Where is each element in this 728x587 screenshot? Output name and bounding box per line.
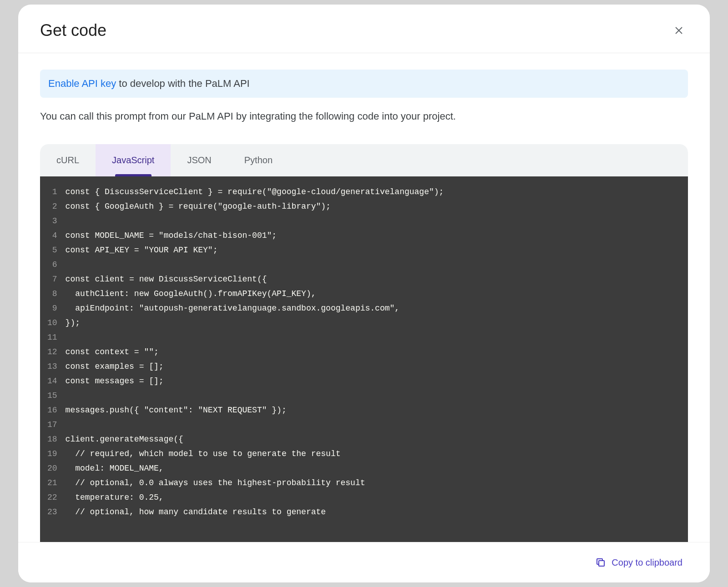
- line-number: 2: [47, 199, 57, 214]
- line-numbers: 1234567891011121314151617181920212223: [40, 185, 66, 542]
- code-line: const client = new DiscussServiceClient(…: [66, 272, 688, 286]
- copy-to-clipboard-button[interactable]: Copy to clipboard: [590, 553, 688, 572]
- code-line: [66, 257, 688, 272]
- get-code-dialog: Get code Enable API key to develop with …: [18, 5, 710, 582]
- api-key-banner: Enable API key to develop with the PaLM …: [40, 70, 688, 98]
- line-number: 3: [47, 214, 57, 228]
- tab-python[interactable]: Python: [228, 144, 289, 176]
- code-line: const MODEL_NAME = "models/chat-bison-00…: [66, 228, 688, 243]
- line-number: 19: [47, 447, 57, 461]
- code-line: });: [66, 316, 688, 330]
- code-line: apiEndpoint: "autopush-generativelanguag…: [66, 301, 688, 316]
- line-number: 18: [47, 432, 57, 447]
- code-line: const { DiscussServiceClient } = require…: [66, 185, 688, 199]
- code-container: cURL JavaScript JSON Python 123456789101…: [40, 144, 688, 542]
- line-number: 1: [47, 185, 57, 199]
- code-line: [66, 330, 688, 345]
- line-number: 10: [47, 316, 57, 330]
- code-line: // required, which model to use to gener…: [66, 447, 688, 461]
- copy-icon: [595, 557, 606, 568]
- code-line: const API_KEY = "YOUR API KEY";: [66, 243, 688, 257]
- dialog-footer: Copy to clipboard: [18, 542, 710, 582]
- code-line: // optional, how many candidate results …: [66, 505, 688, 519]
- code-line: const { GoogleAuth } = require("google-a…: [66, 199, 688, 214]
- code-line: authClient: new GoogleAuth().fromAPIKey(…: [66, 286, 688, 301]
- language-tabs: cURL JavaScript JSON Python: [40, 144, 688, 176]
- code-content: const { DiscussServiceClient } = require…: [66, 185, 688, 542]
- line-number: 21: [47, 476, 57, 490]
- line-number: 9: [47, 301, 57, 316]
- line-number: 5: [47, 243, 57, 257]
- code-line: const context = "";: [66, 345, 688, 359]
- code-line: temperature: 0.25,: [66, 490, 688, 505]
- close-icon: [673, 25, 684, 36]
- line-number: 14: [47, 374, 57, 388]
- code-block[interactable]: 1234567891011121314151617181920212223 co…: [40, 176, 688, 542]
- dialog-header: Get code: [18, 5, 710, 53]
- line-number: 15: [47, 388, 57, 403]
- svg-rect-2: [599, 561, 604, 566]
- code-line: // optional, 0.0 always uses the highest…: [66, 476, 688, 490]
- line-number: 12: [47, 345, 57, 359]
- code-line: [66, 388, 688, 403]
- dialog-title: Get code: [40, 21, 106, 40]
- enable-api-key-link[interactable]: Enable API key: [48, 78, 116, 89]
- code-line: [66, 417, 688, 432]
- banner-text: to develop with the PaLM API: [116, 78, 250, 89]
- code-line: const messages = [];: [66, 374, 688, 388]
- code-line: model: MODEL_NAME,: [66, 461, 688, 476]
- code-line: client.generateMessage({: [66, 432, 688, 447]
- line-number: 7: [47, 272, 57, 286]
- close-button[interactable]: [670, 21, 688, 40]
- line-number: 6: [47, 257, 57, 272]
- line-number: 4: [47, 228, 57, 243]
- line-number: 16: [47, 403, 57, 417]
- line-number: 11: [47, 330, 57, 345]
- line-number: 13: [47, 359, 57, 374]
- copy-label: Copy to clipboard: [612, 557, 682, 568]
- code-line: [66, 214, 688, 228]
- line-number: 17: [47, 417, 57, 432]
- line-number: 23: [47, 505, 57, 519]
- tab-javascript[interactable]: JavaScript: [96, 144, 171, 176]
- tab-curl[interactable]: cURL: [40, 144, 96, 176]
- description-text: You can call this prompt from our PaLM A…: [40, 110, 688, 122]
- tab-json[interactable]: JSON: [171, 144, 228, 176]
- code-line: messages.push({ "content": "NEXT REQUEST…: [66, 403, 688, 417]
- code-line: const examples = [];: [66, 359, 688, 374]
- dialog-body: Enable API key to develop with the PaLM …: [18, 53, 710, 542]
- line-number: 20: [47, 461, 57, 476]
- line-number: 22: [47, 490, 57, 505]
- line-number: 8: [47, 286, 57, 301]
